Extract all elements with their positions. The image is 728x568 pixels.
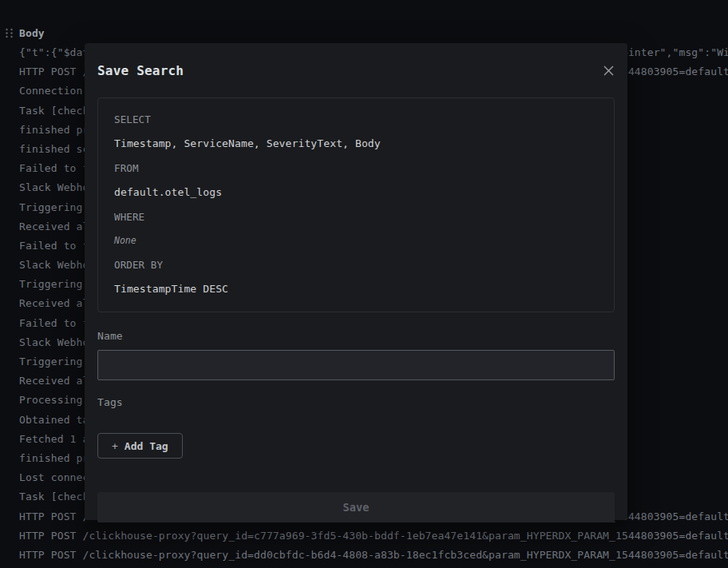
drag-handle-icon[interactable] (5, 28, 14, 38)
modal-header: Save Search (97, 62, 615, 78)
name-label: Name (97, 330, 615, 342)
save-search-modal: Save Search SELECT Timestamp, ServiceNam… (85, 43, 627, 520)
select-value: Timestamp, ServiceName, SeverityText, Bo… (114, 137, 598, 149)
body-column-label: Body (19, 27, 45, 39)
add-tag-label: Add Tag (125, 440, 168, 452)
plus-icon: + (112, 440, 118, 452)
log-row[interactable]: HTTP POST /clickhouse-proxy?query_id=c77… (19, 526, 728, 546)
from-label: FROM (114, 162, 598, 174)
where-value: None (114, 235, 598, 246)
modal-title: Save Search (97, 63, 184, 78)
where-label: WHERE (114, 211, 598, 223)
close-button[interactable] (599, 61, 618, 80)
from-value: default.otel_logs (114, 186, 598, 198)
add-tag-button[interactable]: + Add Tag (97, 433, 183, 459)
select-label: SELECT (114, 113, 598, 125)
order-by-label: ORDER BY (114, 259, 598, 271)
name-input[interactable] (97, 350, 615, 380)
save-button[interactable]: Save (97, 492, 615, 522)
order-by-value: TimestampTime DESC (114, 283, 598, 295)
query-summary-card: SELECT Timestamp, ServiceName, SeverityT… (97, 97, 615, 312)
log-row[interactable]: HTTP POST /clickhouse-proxy?query_id=dd0… (19, 546, 728, 565)
body-column-header: Body (0, 22, 45, 43)
tags-label: Tags (97, 396, 615, 408)
close-icon (603, 65, 615, 77)
